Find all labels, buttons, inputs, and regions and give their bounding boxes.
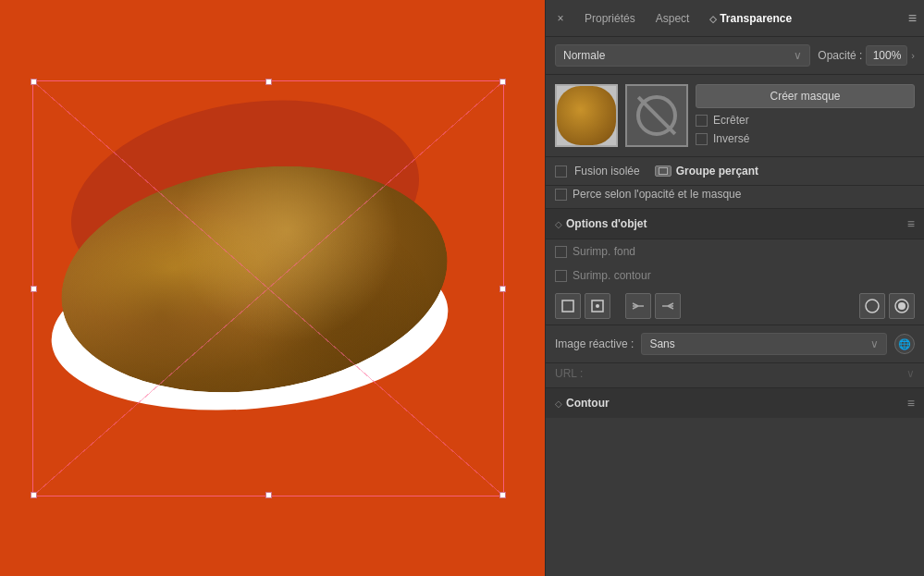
groupe-percant-icon [655,165,671,177]
circle-outline-icon [864,298,881,314]
square-dot-icon [591,300,604,313]
square-dot-button[interactable] [585,293,610,319]
fusion-isolee-checkbox[interactable] [555,165,567,178]
circle-filled-button[interactable] [889,293,915,319]
square-icon [561,300,574,313]
image-reactive-label: Image réactive : [555,337,634,350]
contour-diamond-icon: ◇ [555,398,562,409]
left-icon-group [555,293,610,319]
image-reactive-value: Sans [649,337,674,350]
handle-top-left[interactable] [31,79,37,85]
perce-row: Perce selon l'opacité et le masque [546,186,924,209]
handle-top-center[interactable] [265,79,272,85]
handle-middle-left[interactable] [31,286,37,292]
options-objet-title: Options d'objet [566,217,907,230]
options-objet-menu-icon[interactable]: ≡ [907,216,915,231]
fusion-isolee-label: Fusion isolée [574,165,640,178]
surimp-fond-label: Surimp. fond [573,245,635,258]
image-reactive-row: Image réactive : Sans ∨ 🌐 [546,325,924,363]
mask-options: Créer masque Ecrêter Inversé [696,84,915,145]
ecreter-label: Ecrêter [713,114,749,127]
options-objet-icon: ◇ [555,219,562,229]
arrows-icon [631,300,646,312]
icon-buttons-row [546,288,924,325]
svg-rect-0 [562,300,573,312]
surimp-contour-checkbox[interactable] [555,270,567,282]
tab-aspect[interactable]: Aspect [647,6,699,31]
inverse-row: Inversé [696,132,915,145]
panel-menu-icon[interactable]: ≡ [908,10,917,27]
no-entry-icon [636,95,677,136]
transparence-tab-icon: ◇ [709,14,720,24]
arrow-right-button[interactable] [655,293,681,319]
blend-mode-select[interactable]: Normale ∨ [555,44,810,67]
image-reactive-select[interactable]: Sans ∨ [641,333,887,355]
arrow-left-button[interactable] [625,293,651,319]
reactive-chevron-icon: ∨ [870,337,879,350]
handle-middle-right[interactable] [499,286,506,292]
square-button[interactable] [555,293,581,319]
circle-filled-icon [893,298,910,314]
surimp-fond-checkbox[interactable] [555,246,567,258]
groupe-percant-label: Groupe perçant [676,165,758,178]
contour-title: Contour [566,397,907,410]
canvas-background [0,0,545,576]
ecreter-row: Ecrêter [696,114,915,127]
svg-point-9 [866,300,879,313]
url-chevron-icon: ∨ [906,367,915,380]
thumbnail-image [557,86,616,145]
mask-thumbnail[interactable] [625,84,688,147]
handle-top-right[interactable] [499,79,506,85]
surimp-contour-row: Surimp. contour [546,263,924,288]
surimp-contour-label: Surimp. contour [573,269,651,282]
thumbnail-row: Créer masque Ecrêter Inversé [546,75,924,157]
handle-bottom-center[interactable] [265,492,272,498]
object-thumbnail[interactable] [555,84,618,147]
contour-menu-icon[interactable]: ≡ [907,396,915,411]
groupe-percant-group: Groupe perçant [655,165,758,178]
options-objet-header: ◇ Options d'objet ≡ [546,209,924,239]
opacity-row: Opacité : 100% › [818,45,915,66]
panel-header: × Propriétés Aspect ◇ Transparence ≡ [546,0,924,37]
opacity-input[interactable]: 100% [866,45,907,66]
right-panel: × Propriétés Aspect ◇ Transparence ≡ Nor… [545,0,924,576]
ecreter-checkbox[interactable] [696,115,708,127]
fusion-groupe-row: Fusion isolée Groupe perçant [546,157,924,186]
panel-body: Normale ∨ Opacité : 100% › Créer masque [546,37,924,576]
contour-section: ◇ Contour ≡ [546,387,924,418]
inverse-checkbox[interactable] [696,133,708,145]
url-row: URL : ∨ [546,363,924,387]
url-label: URL : [555,367,583,380]
blend-opacity-row: Normale ∨ Opacité : 100% › [546,37,924,75]
handle-bottom-right[interactable] [499,492,506,498]
right-icon-group [859,293,915,319]
art-container [32,76,513,501]
opacity-label: Opacité : [818,49,862,62]
create-mask-button[interactable]: Créer masque [696,84,915,108]
blend-mode-value: Normale [563,49,605,62]
svg-point-2 [596,304,599,308]
groupe-percant-icon-inner [659,167,668,175]
handle-bottom-left[interactable] [31,492,37,498]
close-button[interactable]: × [553,11,568,26]
arrows-right-icon [660,300,675,312]
arrow-icon-group [625,293,681,319]
svg-point-11 [898,302,906,310]
surimp-fond-row: Surimp. fond [546,239,924,263]
globe-icon[interactable]: 🌐 [894,334,915,354]
canvas-area [0,0,545,576]
circle-outline-button[interactable] [859,293,885,319]
opacity-chevron-icon: › [911,50,915,61]
blend-chevron-icon: ∨ [794,49,802,62]
inverse-label: Inversé [713,132,749,145]
perce-label: Perce selon l'opacité et le masque [573,188,741,201]
perce-checkbox[interactable] [555,189,567,201]
tab-proprietes[interactable]: Propriétés [575,6,645,31]
tab-transparence[interactable]: ◇ Transparence [700,6,801,31]
